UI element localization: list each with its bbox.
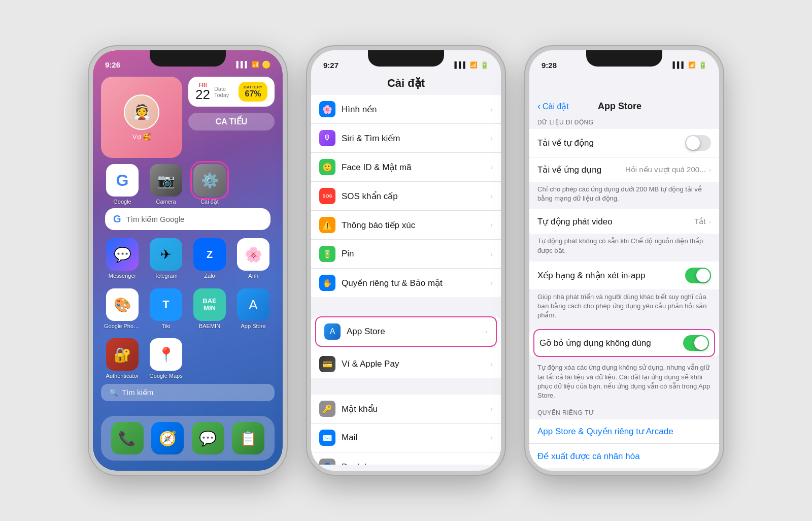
dock-facetime[interactable]: 📋: [232, 422, 264, 454]
app-authenticator[interactable]: 🔐 Authenticator: [104, 338, 141, 379]
settings-row-siri[interactable]: 🎙 Siri & Tìm kiếm ›: [311, 124, 501, 153]
settings-scroll[interactable]: 🌸 Hình nền › 🎙 Siri & Tìm kiếm › 🙂 Face …: [311, 95, 501, 465]
ratings-label: Xếp hạng & nhận xét in-app: [537, 270, 685, 281]
appstore-nav: ‹ Cài đặt App Store: [529, 73, 719, 116]
appstore-label: App Store: [241, 323, 266, 329]
app-camera[interactable]: 📷 Camera: [148, 164, 184, 205]
settings-row-hinhanh[interactable]: 🌸 Hình nền ›: [311, 95, 501, 124]
app-empty: [235, 164, 272, 205]
app-photos[interactable]: 🌸 Ảnh: [235, 238, 272, 279]
telegram-label: Telegram: [154, 273, 177, 279]
settings-row-privacy[interactable]: ✋ Quyền riêng tư & Bảo mật ›: [311, 269, 501, 297]
tiki-label: Tiki: [162, 323, 171, 329]
auth-icon: 🔐: [106, 338, 139, 371]
mail-icon: ✉️: [319, 430, 335, 446]
signal-icon-1: ▌▌▌: [236, 61, 249, 68]
privacy-label: Quyền riêng tư & Bảo mật: [342, 278, 484, 288]
ratings-row[interactable]: Xếp hạng & nhận xét in-app: [529, 262, 719, 289]
remove-apps-row[interactable]: Gỡ bỏ ứng dụng không dùng: [533, 329, 715, 357]
gphotos-icon: 🎨: [106, 288, 139, 321]
siri-label: Siri & Tìm kiếm: [342, 133, 484, 144]
app-zalo[interactable]: Z Zalo: [191, 238, 228, 279]
zalo-icon: Z: [193, 238, 226, 271]
app-telegram[interactable]: ✈ Telegram: [148, 238, 184, 279]
hinhanh-icon: 🌸: [319, 101, 335, 117]
remove-apps-group: Gỡ bỏ ứng dụng không dùng: [529, 329, 719, 357]
privacy-header: QUYỀN RIÊNG TƯ: [529, 406, 719, 419]
baemin-label: BAEMIN: [199, 323, 220, 329]
date-widget[interactable]: FRI 22 Date Today BATTERY 67%: [188, 77, 275, 107]
appstore-settings-scroll[interactable]: DỮ LIỆU DI ĐỘNG Tải về tự động Tải về ứn…: [529, 116, 719, 471]
battery-icon-3: 🔋: [698, 61, 707, 69]
home-apps-row2: 💬 Messenger ✈ Telegram Z Zalo 🌸 Ảnh: [93, 233, 283, 279]
home-widgets: 👰 Vợ 🥰 FRI 22 Date Today BATTERY 67%: [93, 73, 283, 159]
signal-icon-3: ▌▌▌: [672, 61, 686, 69]
home-search-bar[interactable]: 🔍 Tìm kiếm: [101, 384, 275, 401]
phone-3: 9:28 ▌▌▌ 📶 🔋 ‹ Cài đặt App Store DỮ LIỆU…: [525, 46, 723, 475]
taive-tudong-row[interactable]: Tải về tự động: [529, 129, 719, 157]
app-gphotos[interactable]: 🎨 Google Photos: [104, 288, 141, 329]
app-empty2: [191, 338, 228, 379]
separator-2: [311, 378, 501, 395]
battery-icon-2: 🔋: [480, 61, 489, 69]
battery-label: Pin: [342, 249, 484, 259]
tuphat-video-row[interactable]: Tự động phát video Tắt ›: [529, 209, 719, 234]
taive-description: Chỉ cho phép các ứng dụng dưới 200 MB tự…: [529, 182, 719, 209]
remove-apps-toggle[interactable]: [683, 335, 709, 351]
auth-label: Authenticator: [106, 373, 139, 379]
home-apps-row4: 🔐 Authenticator 📍 Google Maps: [93, 333, 283, 379]
photos-label: Ảnh: [248, 273, 258, 279]
dock-messages[interactable]: 💬: [192, 422, 224, 454]
google-search-widget[interactable]: G Tìm kiếm Google: [105, 208, 270, 230]
taive-tudong-toggle[interactable]: [685, 135, 711, 151]
appstore-settings-icon: A: [324, 323, 341, 340]
back-button[interactable]: ‹ Cài đặt: [537, 101, 569, 112]
dock-safari[interactable]: 🧭: [151, 422, 184, 454]
settings-row-faceid[interactable]: 🙂 Face ID & Mật mã ›: [311, 153, 501, 182]
app-settings[interactable]: ⚙️ Cài đặt: [191, 164, 228, 205]
privacy-personal-link: Đề xuất được cá nhân hóa: [537, 451, 640, 462]
contacts-icon: 👤: [319, 459, 335, 465]
contact-name: Vợ 🥰: [132, 133, 151, 141]
settings-row-contact[interactable]: ⚠️ Thông báo tiếp xúc ›: [311, 211, 501, 240]
app-baemin[interactable]: BAEMIN BAEMIN: [191, 288, 228, 329]
settings-group-bottom: 🔑 Mật khẩu › ✉️ Mail › 👤 Danh bạ › 📅 Lịc…: [311, 395, 501, 465]
settings-row-battery[interactable]: 🔋 Pin ›: [311, 240, 501, 269]
name-widget: CA TIẾU: [188, 113, 275, 131]
camera-icon: 📷: [150, 164, 182, 197]
settings-row-sos[interactable]: SOS SOS khẩn cấp ›: [311, 182, 501, 211]
settings-row-appstore[interactable]: A App Store ›: [315, 316, 497, 347]
app-maps[interactable]: 📍 Google Maps: [148, 338, 184, 379]
sos-label: SOS khẩn cấp: [342, 191, 484, 202]
photos-icon: 🌸: [237, 238, 269, 271]
settings-row-danhba[interactable]: 👤 Danh bạ ›: [311, 452, 501, 465]
contacts-label: Danh bạ: [342, 462, 484, 465]
date-today-label: Date Today: [214, 86, 234, 98]
remove-apps-description: Tự động xóa các ứng dụng không sử dụng, …: [529, 360, 719, 406]
settings-row-matkhau[interactable]: 🔑 Mật khẩu ›: [311, 395, 501, 424]
settings-page-title: Cài đặt: [321, 77, 491, 90]
google-label: Google: [113, 199, 131, 205]
ratings-toggle[interactable]: [685, 268, 711, 283]
wallet-label: Ví & Apple Pay: [342, 359, 484, 369]
app-google[interactable]: G Google: [104, 164, 141, 205]
contact-widget[interactable]: 👰 Vợ 🥰: [101, 77, 182, 158]
settings-row-mail[interactable]: ✉️ Mail ›: [311, 424, 501, 452]
app-appstore[interactable]: A App Store: [235, 288, 272, 329]
password-label: Mật khẩu: [342, 404, 484, 414]
contact-notif-label: Thông báo tiếp xúc: [342, 220, 484, 231]
wifi-icon-1: 📶: [252, 61, 259, 68]
taive-ungdung-value: Hỏi nếu vượt quá 200...: [625, 165, 706, 174]
privacy-personal-row[interactable]: Đề xuất được cá nhân hóa: [529, 444, 719, 468]
privacy-arcade-row[interactable]: App Store & Quyền riêng tư Arcade: [529, 419, 719, 444]
right-widgets: FRI 22 Date Today BATTERY 67% CA TIẾU: [188, 77, 275, 159]
taive-ungdung-row[interactable]: Tải về ứng dụng Hỏi nếu vượt quá 200... …: [529, 157, 719, 182]
app-messenger[interactable]: 💬 Messenger: [104, 238, 141, 279]
dock-phone[interactable]: 📞: [111, 422, 144, 454]
avatar: 👰: [124, 94, 159, 130]
settings-row-wallet[interactable]: 💳 Ví & Apple Pay ›: [311, 350, 501, 378]
tuphat-value: Tắt: [694, 217, 705, 226]
app-tiki[interactable]: T Tiki: [148, 288, 184, 329]
camera-label: Camera: [156, 199, 176, 205]
battery-settings-icon: 🔋: [319, 246, 335, 262]
